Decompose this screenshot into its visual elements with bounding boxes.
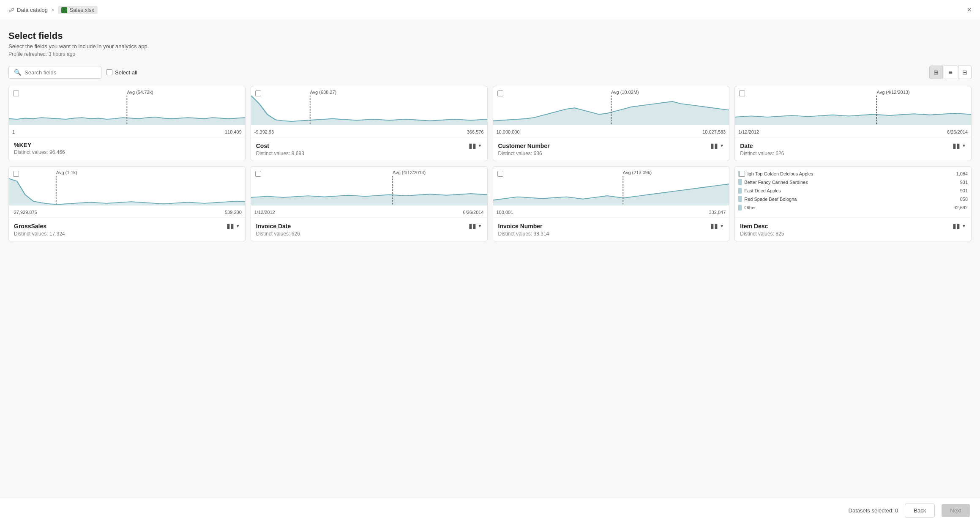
distinct-values: Distinct values: 636 xyxy=(498,151,724,156)
field-name: Customer Number xyxy=(498,142,550,149)
breadcrumb-separator: > xyxy=(51,7,55,13)
field-name: Date xyxy=(740,142,753,149)
card-footer: Invoice Date ▮▮ ▼ Distinct values: 626 xyxy=(251,217,487,241)
bar-chart-icon: ▮▮ xyxy=(469,142,476,150)
next-button[interactable]: Next xyxy=(942,504,970,517)
chevron-down-icon: ▼ xyxy=(478,143,482,148)
card-field-row: Customer Number ▮▮ ▼ xyxy=(498,142,724,150)
card-chart-area: Avg (4/12/2013) 1/12/2012 6/26/2014 xyxy=(735,86,971,137)
chart-type-icons[interactable]: ▮▮ ▼ xyxy=(227,222,240,230)
distinct-values: Distinct values: 626 xyxy=(740,151,966,156)
range-min: 1/12/2012 xyxy=(254,210,275,215)
range-min: -9,392.93 xyxy=(254,129,274,134)
chart-type-icons[interactable]: ▮▮ ▼ xyxy=(953,142,966,150)
card-checkbox-gross-sales[interactable] xyxy=(13,171,19,177)
card-customer-number: Avg (10.02M) 10,000,000 10,027,583 Custo… xyxy=(493,86,730,161)
avg-label: Avg (1.1k) xyxy=(56,170,77,175)
toolbar-left: 🔍 Select all xyxy=(8,66,137,79)
card-field-row: GrossSales ▮▮ ▼ xyxy=(14,222,240,230)
toolbar: 🔍 Select all ⊞ ≡ ⊟ xyxy=(8,66,972,79)
chart-range: -9,392.93 366,576 xyxy=(251,129,487,134)
card-field-row: Date ▮▮ ▼ xyxy=(740,142,966,150)
bar-label: High Top Golden Delcious Apples xyxy=(744,171,953,176)
select-all-wrap: Select all xyxy=(106,69,137,76)
select-all-label[interactable]: Select all xyxy=(115,69,137,76)
chevron-down-icon: ▼ xyxy=(962,224,966,228)
chevron-down-icon: ▼ xyxy=(236,224,240,228)
bar-chart-icon: ▮▮ xyxy=(710,142,718,150)
bar-item: Red Spade Beef Bologna 858 xyxy=(738,196,968,202)
back-button[interactable]: Back xyxy=(905,504,935,518)
card-checkbox-percent-key[interactable] xyxy=(13,90,19,96)
card-footer: Customer Number ▮▮ ▼ Distinct values: 63… xyxy=(493,137,729,161)
chevron-down-icon: ▼ xyxy=(720,224,724,228)
card-footer: GrossSales ▮▮ ▼ Distinct values: 17,324 xyxy=(9,217,245,241)
field-name: %KEY xyxy=(14,142,31,148)
svg-marker-12 xyxy=(493,184,729,205)
card-footer: Invoice Number ▮▮ ▼ Distinct values: 38,… xyxy=(493,217,729,241)
card-item-desc: High Top Golden Delcious Apples 1,084 Be… xyxy=(734,166,972,241)
bar-color xyxy=(738,205,742,211)
bar-chart-icon: ▮▮ xyxy=(953,222,960,230)
bar-label: Red Spade Beef Bologna xyxy=(744,197,957,202)
range-max: 6/26/2014 xyxy=(463,210,484,215)
card-field-row: %KEY xyxy=(14,142,240,148)
footer-bar: Datasets selected: 0 Back Next xyxy=(0,498,980,523)
chart-range: 100,001 332,847 xyxy=(493,210,729,215)
search-box[interactable]: 🔍 xyxy=(8,66,101,79)
chevron-down-icon: ▼ xyxy=(720,143,724,148)
chart-type-icons[interactable]: ▮▮ ▼ xyxy=(469,142,482,150)
card-checkbox-cost[interactable] xyxy=(255,90,261,96)
card-chart-bar: High Top Golden Delcious Apples 1,084 Be… xyxy=(735,167,971,217)
card-chart-area: Avg (1.1k) -27,929.875 539,200 xyxy=(9,167,245,217)
breadcrumb-file[interactable]: Sales.xlsx xyxy=(58,6,98,14)
card-percent-key: Avg (54.72k) 1 110,409 %KEY Distinct val… xyxy=(8,86,246,161)
card-checkbox-date[interactable] xyxy=(739,90,745,96)
chart-type-icons[interactable]: ▮▮ ▼ xyxy=(953,222,966,230)
bar-color xyxy=(738,196,742,202)
distinct-values: Distinct values: 17,324 xyxy=(14,231,240,237)
bar-label: Other xyxy=(744,205,951,210)
select-all-checkbox[interactable] xyxy=(106,69,112,75)
bar-chart-icon: ▮▮ xyxy=(469,222,476,230)
card-chart-area: Avg (4/12/2013) 1/12/2012 6/26/2014 xyxy=(251,167,487,217)
range-max: 332,847 xyxy=(709,210,726,215)
card-checkbox-invoice-date[interactable] xyxy=(255,171,261,177)
grid-view-button[interactable]: ⊞ xyxy=(929,66,943,79)
bar-item: Other 92,692 xyxy=(738,205,968,211)
list-view-button[interactable]: ≡ xyxy=(944,66,957,79)
chevron-down-icon: ▼ xyxy=(962,143,966,148)
distinct-values: Distinct values: 96,466 xyxy=(14,149,240,155)
top-bar: ☍ Data catalog > Sales.xlsx × xyxy=(0,0,980,20)
breadcrumb: ☍ Data catalog > Sales.xlsx xyxy=(8,6,98,14)
range-max: 539,200 xyxy=(225,210,242,215)
close-button[interactable]: × xyxy=(967,5,972,14)
card-checkbox-customer-number[interactable] xyxy=(497,90,503,96)
main-content: Select fields Select the fields you want… xyxy=(0,20,980,523)
chart-type-icons[interactable]: ▮▮ ▼ xyxy=(710,222,724,230)
bar-chart-icon: ▮▮ xyxy=(953,142,960,150)
chart-range: -27,929.875 539,200 xyxy=(9,210,245,215)
bar-chart-icon: ▮▮ xyxy=(710,222,718,230)
bar-item: High Top Golden Delcious Apples 1,084 xyxy=(738,171,968,177)
breadcrumb-data-catalog[interactable]: ☍ Data catalog xyxy=(8,7,48,14)
field-name: Invoice Number xyxy=(498,223,543,230)
chart-type-icons[interactable]: ▮▮ ▼ xyxy=(469,222,482,230)
chart-type-icons[interactable]: ▮▮ ▼ xyxy=(710,142,724,150)
range-max: 6/26/2014 xyxy=(947,129,968,134)
table-view-button[interactable]: ⊟ xyxy=(958,66,972,79)
bar-color xyxy=(738,179,742,185)
distinct-values: Distinct values: 626 xyxy=(256,231,482,237)
bar-chart-icon: ▮▮ xyxy=(227,222,234,230)
card-chart-area: Avg (54.72k) 1 110,409 xyxy=(9,86,245,137)
chart-range: 1 110,409 xyxy=(9,129,245,134)
avg-label: Avg (4/12/2013) xyxy=(877,90,910,95)
card-checkbox-item-desc[interactable] xyxy=(739,171,745,177)
range-min: 100,001 xyxy=(497,210,513,215)
card-field-row: Invoice Number ▮▮ ▼ xyxy=(498,222,724,230)
distinct-values: Distinct values: 825 xyxy=(740,231,966,237)
bar-value: 1,084 xyxy=(956,171,968,176)
search-input[interactable] xyxy=(25,69,96,76)
card-checkbox-invoice-number[interactable] xyxy=(497,171,503,177)
field-name: Invoice Date xyxy=(256,223,291,230)
